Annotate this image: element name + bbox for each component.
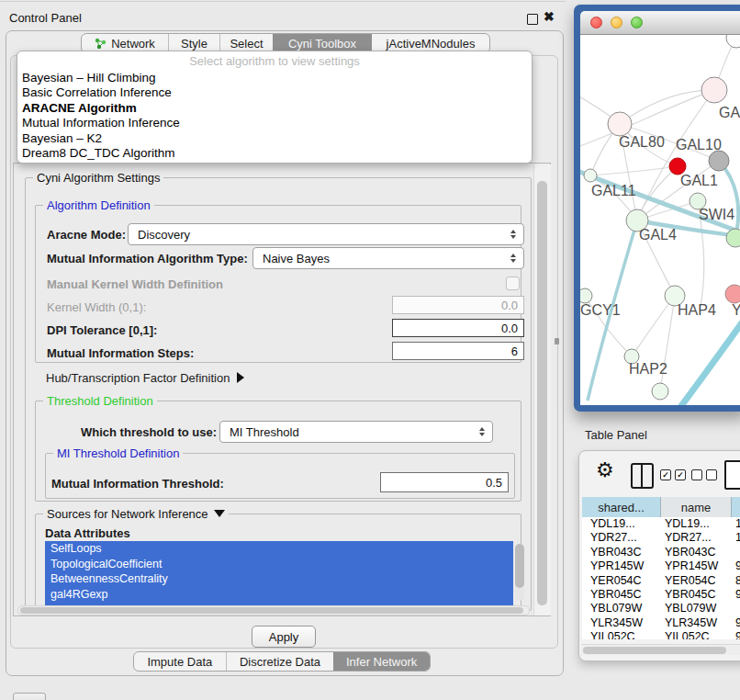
table-row[interactable]: YBL079WYBL079W [582, 602, 740, 615]
tab-style-label: Style [181, 37, 207, 51]
table-row[interactable]: YER054CYER054C8. [582, 574, 740, 588]
column-header-shared[interactable]: shared... [582, 497, 661, 517]
network-window-titlebar[interactable] [580, 11, 740, 35]
splitter-handle[interactable] [555, 338, 559, 344]
table-row[interactable]: YIL052CYIL052C9 [582, 630, 740, 639]
column-header-partial[interactable] [732, 497, 740, 517]
mi-threshold-label: Mutual Information Threshold: [51, 477, 224, 491]
network-node-label: HAP2 [629, 361, 667, 377]
tab-network-label: Network [111, 37, 155, 51]
network-node[interactable] [584, 169, 597, 182]
mi-type-select[interactable]: Naive Bayes [252, 247, 524, 269]
which-threshold-value: MI Threshold [230, 425, 299, 439]
algorithm-option[interactable]: Bayesian – K2 [17, 131, 532, 146]
algorithm-definition-group: Algorithm Definition Aracne Mode: Discov… [35, 205, 521, 363]
algorithm-option[interactable]: Dream8 DC_TDC Algorithm [17, 146, 532, 161]
tab-impute-data[interactable]: Impute Data [134, 652, 226, 671]
network-node-label: GAL4 [639, 227, 677, 243]
bottom-left-button[interactable] [13, 693, 46, 700]
threshold-definition-group: Threshold Definition Which threshold to … [35, 401, 521, 502]
data-attribute-item[interactable]: gal4RGexp [45, 587, 513, 603]
mi-threshold-field[interactable]: 0.5 [380, 472, 509, 492]
network-node-label: SWI4 [699, 207, 734, 222]
select-all-checkboxes-icon[interactable]: ✓✓ [660, 469, 686, 480]
table-cell [732, 546, 740, 559]
table-row[interactable]: YPR145WYPR145W9. [582, 559, 740, 573]
aracne-mode-value: Discovery [138, 228, 190, 242]
network-canvas[interactable]: GALGAL80GAL10GAL11GAL1GAL4SWI4GCY1HAP4YH… [580, 35, 740, 405]
table-row[interactable]: YDR27...YDR27...12 [582, 531, 740, 545]
deselect-all-checkboxes-icon[interactable] [691, 469, 717, 480]
table-row[interactable]: YBR045CYBR045C9. [582, 588, 740, 602]
tab-discretize-data[interactable]: Discretize Data [226, 652, 334, 671]
data-attributes-list[interactable]: SelfLoopsTopologicalCoefficientBetweenne… [45, 541, 513, 605]
algorithm-option[interactable]: Mutual Information Inference [17, 116, 532, 130]
hub-section-toggle[interactable]: Hub/Transcription Factor Definition [46, 371, 244, 385]
table-cell: YBR043C [661, 546, 732, 559]
gear-icon[interactable]: ⚙ [596, 458, 614, 482]
table-cell: YDL19... [582, 517, 661, 531]
network-node[interactable] [608, 112, 632, 136]
tab-style[interactable]: Style [168, 34, 219, 52]
data-attribute-item[interactable]: TopologicalCoefficient [45, 557, 513, 572]
mi-steps-field[interactable]: 6 [392, 342, 524, 360]
stepper-icon [510, 230, 516, 239]
column-header-name[interactable]: name [661, 497, 732, 517]
aracne-mode-select[interactable]: Discovery [128, 223, 524, 245]
tab-select[interactable]: Select [219, 34, 273, 52]
table-panel-window: ⚙ ✓✓ shared... name YDL19...YDL19...13YD… [578, 450, 740, 661]
table-cell: YER054C [661, 574, 732, 588]
network-node[interactable] [726, 35, 740, 48]
kernel-width-label: Kernel Width (0,1): [47, 300, 146, 314]
cyni-algorithm-settings-title: Cyni Algorithm Settings [33, 171, 163, 185]
window-close-icon[interactable] [590, 17, 602, 28]
window-zoom-icon[interactable] [631, 17, 643, 28]
algorithm-option[interactable]: ARACNE Algorithm [17, 101, 532, 116]
cyni-algorithm-settings-group: Cyni Algorithm Settings Algorithm Defini… [25, 177, 532, 611]
network-node[interactable] [652, 383, 668, 400]
table-cell: YLR345W [582, 616, 661, 630]
table-cell: YLR345W [661, 616, 732, 630]
tab-cyni-toolbox[interactable]: Cyni Toolbox [273, 34, 372, 52]
network-node[interactable] [580, 288, 592, 303]
table-horizontal-scrollbar[interactable] [581, 644, 740, 655]
network-node[interactable] [709, 151, 729, 171]
network-node[interactable] [726, 229, 740, 247]
cyni-bottom-tabs: Impute Data Discretize Data Infer Networ… [133, 651, 431, 672]
table-cell: YDR27... [582, 531, 661, 545]
float-window-icon[interactable] [527, 14, 538, 25]
table-cell: 9. [732, 616, 740, 630]
apply-button[interactable]: Apply [252, 626, 316, 648]
data-attribute-item[interactable]: SelfLoops [45, 541, 513, 557]
settings-vertical-scrollbar[interactable] [533, 164, 551, 615]
close-icon[interactable]: ✖ [544, 9, 555, 24]
table-row[interactable]: YDL19...YDL19...13 [582, 517, 740, 531]
network-node[interactable] [725, 285, 740, 303]
table-cell: 9 [732, 630, 740, 639]
network-node[interactable] [701, 77, 727, 103]
table-row[interactable]: YBR043CYBR043C [582, 546, 740, 559]
table-cell: YIL052C [582, 630, 661, 639]
algorithm-option[interactable]: Basic Correlation Inference [17, 85, 532, 100]
columns-icon[interactable] [631, 463, 654, 489]
window-minimize-icon[interactable] [611, 17, 622, 28]
table-cell: YBR043C [582, 546, 661, 559]
tab-infer-network[interactable]: Infer Network [333, 652, 430, 671]
table-cell: YBL079W [582, 602, 661, 615]
kernel-width-value: 0.0 [501, 299, 518, 312]
table-cell [732, 602, 740, 615]
dpi-tolerance-field[interactable]: 0.0 [392, 319, 524, 337]
document-icon[interactable] [724, 460, 740, 490]
network-node-label: GAL10 [676, 137, 722, 152]
tab-discretize-data-label: Discretize Data [240, 655, 320, 669]
sources-group-title[interactable]: Sources for Network Inference [43, 507, 229, 521]
table-row[interactable]: YLR345WYLR345W9. [582, 616, 740, 630]
manual-kernel-checkbox[interactable] [506, 277, 520, 290]
attributes-scrollbar[interactable] [515, 544, 524, 601]
which-threshold-select[interactable]: MI Threshold [219, 421, 493, 443]
algorithm-option[interactable]: Bayesian – Hill Climbing [17, 71, 532, 85]
settings-horizontal-scrollbar[interactable] [17, 605, 530, 615]
data-attribute-item[interactable]: BetweennessCentrality [45, 571, 513, 587]
tab-jactivemnodules[interactable]: jActiveMNodules [372, 34, 489, 52]
tab-network[interactable]: Network [82, 34, 168, 52]
